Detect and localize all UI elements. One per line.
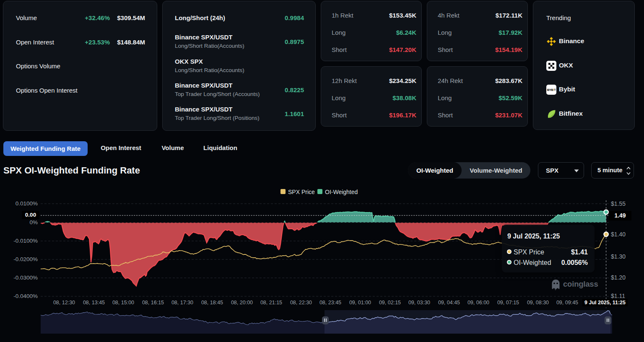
svg-text:BYB!T: BYB!T xyxy=(547,88,556,92)
